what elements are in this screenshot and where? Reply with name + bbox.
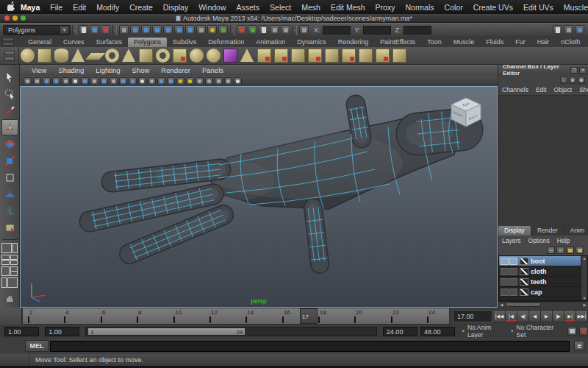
layer-playback-toggle[interactable]	[509, 289, 517, 296]
auto-keyframe-icon[interactable]	[579, 327, 588, 336]
snap-to-points-icon[interactable]	[174, 25, 184, 35]
menu-create-uvs[interactable]: Create UVs	[468, 3, 518, 12]
play-forwards-button[interactable]: ▶	[541, 310, 553, 322]
menu-display[interactable]: Display	[158, 3, 193, 12]
layer-list-vertical-scrollbar[interactable]: ▲ ▼	[581, 256, 587, 300]
close-panel-icon[interactable]: ✕	[579, 67, 587, 74]
view-cube[interactable]: TOP RIGHT BACK	[448, 96, 484, 132]
poly-pyramid-icon[interactable]	[139, 49, 153, 63]
playback-start-field[interactable]: 1.00	[45, 327, 79, 336]
snap-to-planes-icon[interactable]	[185, 25, 195, 35]
bookmark-icon[interactable]	[43, 77, 51, 85]
shelf-tab-toon[interactable]: Toon	[421, 38, 448, 47]
panel-menu-renderer[interactable]: Renderer	[155, 66, 196, 74]
command-language-toggle[interactable]: MEL	[25, 340, 49, 352]
panel-menu-lighting[interactable]: Lighting	[90, 66, 126, 74]
layer-display-type-swatch[interactable]	[520, 258, 528, 265]
section-collapser[interactable]: ‹	[72, 25, 76, 35]
cb-show-menu[interactable]: Show	[576, 86, 588, 93]
layer-playback-toggle[interactable]	[509, 258, 517, 265]
poly-cylinder-icon[interactable]	[54, 49, 68, 63]
layer-name[interactable]: teeth	[531, 278, 547, 286]
shelf-tab-animation[interactable]: Animation	[250, 38, 291, 47]
select-object-icon[interactable]	[130, 25, 140, 35]
separate-tool-icon[interactable]	[291, 49, 305, 63]
create-empty-layer-icon[interactable]	[566, 247, 574, 254]
shelf-tab-muscle[interactable]: Muscle	[448, 38, 481, 47]
layout-single-pane-button[interactable]	[1, 243, 18, 253]
script-editor-icon[interactable]: ≣	[574, 341, 584, 351]
shelf-tab-rendering[interactable]: Rendering	[332, 38, 375, 47]
step-back-frame-button[interactable]: ◀|	[517, 310, 529, 322]
layer-playback-toggle[interactable]	[509, 268, 517, 275]
layer-row-boot[interactable]: boot	[499, 256, 587, 266]
gate-mask-icon[interactable]	[110, 77, 118, 85]
snap-to-curves-icon[interactable]	[163, 25, 173, 35]
menu-modify[interactable]: Modify	[91, 3, 124, 12]
scroll-down-icon[interactable]: ▼	[583, 296, 587, 300]
menu-muscle[interactable]: Muscle	[559, 3, 588, 12]
layer-name[interactable]: cap	[531, 289, 542, 296]
wireframe-mode-icon[interactable]	[148, 77, 156, 85]
mirror-tool-icon[interactable]	[325, 49, 339, 63]
layout-two-pane-side-button[interactable]	[1, 266, 18, 277]
layer-visibility-toggle[interactable]	[501, 278, 509, 286]
shelf-tab-general[interactable]: General	[22, 38, 57, 47]
menu-create[interactable]: Create	[124, 3, 158, 12]
resolution-gate-icon[interactable]	[100, 77, 108, 85]
ipr-render-icon[interactable]	[270, 25, 279, 35]
layer-options-menu[interactable]: Options	[525, 237, 553, 244]
menu-select[interactable]: Select	[265, 3, 296, 12]
layer-visibility-toggle[interactable]	[501, 258, 509, 265]
shelf-tab-ncloth[interactable]: nCloth	[555, 38, 586, 47]
go-to-end-button[interactable]: ▶▶|	[576, 310, 588, 322]
layers-menu[interactable]: Layers	[498, 237, 525, 244]
append-polygon-icon[interactable]	[359, 49, 373, 63]
isolate-select-icon[interactable]	[234, 77, 242, 85]
two-d-pan-zoom-icon[interactable]	[62, 77, 70, 85]
poly-platonic-icon[interactable]	[207, 49, 220, 63]
y-coordinate-input[interactable]	[363, 26, 391, 35]
coordinate-grid-icon[interactable]	[299, 25, 309, 35]
play-backwards-button[interactable]: ◀	[529, 310, 541, 322]
set-key-icon[interactable]	[567, 327, 576, 336]
scroll-right-icon[interactable]: ▶	[581, 302, 588, 307]
shelf-tab-switcher[interactable]	[2, 38, 14, 46]
panel-menu-shading[interactable]: Shading	[52, 66, 90, 74]
shadows-icon[interactable]	[186, 77, 194, 85]
channels-menu[interactable]: Channels	[498, 86, 532, 93]
layer-display-type-swatch[interactable]	[520, 278, 528, 286]
layout-persp-outliner-button[interactable]	[1, 277, 18, 288]
menu-assets[interactable]: Assets	[232, 3, 265, 12]
select-component-icon[interactable]	[141, 25, 151, 35]
grease-pencil-icon[interactable]	[71, 77, 79, 85]
menu-edit-mesh[interactable]: Edit Mesh	[326, 3, 370, 12]
poly-cone-icon[interactable]	[71, 49, 85, 62]
multisampling-icon[interactable]	[215, 77, 223, 85]
poly-sphere-icon[interactable]	[21, 49, 35, 63]
poly-prism-icon[interactable]	[122, 49, 135, 62]
range-start-handle[interactable]: 1	[90, 329, 93, 335]
poly-helix-icon[interactable]	[173, 49, 187, 63]
poly-torus-icon[interactable]	[105, 49, 119, 63]
cb-edit-menu[interactable]: Edit	[532, 86, 551, 93]
poly-pipe-icon[interactable]	[156, 49, 170, 63]
step-forward-frame-button[interactable]: |▶	[553, 310, 564, 322]
z-coordinate-input[interactable]	[404, 26, 431, 35]
depth-of-field-icon[interactable]	[224, 77, 232, 85]
field-chart-icon[interactable]	[119, 77, 127, 85]
layer-name[interactable]: cloth	[531, 268, 547, 275]
menu-window[interactable]: Window	[193, 3, 231, 12]
shelf-tab-curves[interactable]: Curves	[57, 38, 90, 47]
construction-history-icon[interactable]	[237, 25, 246, 35]
layout-four-pane-button[interactable]	[1, 255, 18, 265]
poly-cube-icon[interactable]	[37, 49, 51, 63]
open-scene-icon[interactable]	[90, 25, 99, 35]
layer-row-cap[interactable]: cap	[499, 287, 587, 297]
image-plane-icon[interactable]	[52, 77, 60, 85]
menu-normals[interactable]: Normals	[400, 3, 439, 12]
menu-edit[interactable]: Edit	[68, 3, 91, 12]
render-current-frame-icon[interactable]	[259, 25, 268, 35]
scroll-left-icon[interactable]: ◀	[498, 302, 505, 307]
lasso-tool-icon[interactable]	[1, 86, 18, 102]
